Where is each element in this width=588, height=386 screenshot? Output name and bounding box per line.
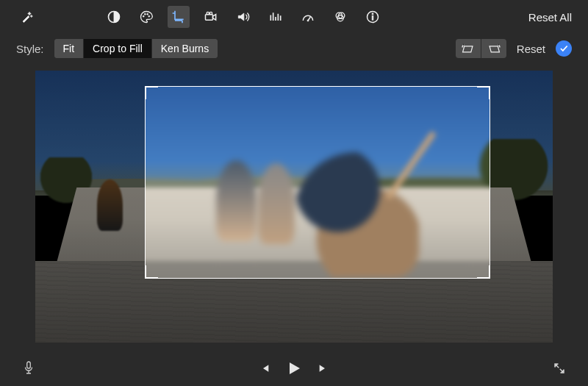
crop-handle-tl[interactable] xyxy=(145,86,158,99)
viewer-container xyxy=(0,63,588,350)
reset-all-button[interactable]: Reset All xyxy=(528,11,572,24)
voiceover-button[interactable] xyxy=(22,360,35,376)
svg-rect-16 xyxy=(490,46,499,52)
equalizer-icon xyxy=(268,10,283,24)
equalizer-tool[interactable] xyxy=(265,6,287,28)
segment-fit[interactable]: Fit xyxy=(54,39,85,58)
crop-options-bar: Style: Fit Crop to Fill Ken Burns Reset xyxy=(0,34,588,63)
segment-crop-to-fill[interactable]: Crop to Fill xyxy=(84,39,152,58)
skip-back-icon xyxy=(259,362,270,374)
rotate-cw-button[interactable] xyxy=(481,39,506,58)
crop-handle-bl[interactable] xyxy=(145,265,158,279)
style-label: Style: xyxy=(16,43,44,55)
rotate-group xyxy=(456,39,506,58)
playback-bar xyxy=(0,350,588,386)
segment-ken-burns[interactable]: Ken Burns xyxy=(152,39,218,58)
svg-rect-15 xyxy=(462,46,472,52)
volume-icon xyxy=(236,10,251,24)
svg-point-8 xyxy=(307,20,309,21)
color-tool[interactable] xyxy=(135,6,157,28)
palette-icon xyxy=(139,10,154,24)
reset-button[interactable]: Reset xyxy=(517,43,545,55)
magic-wand-icon xyxy=(21,10,34,24)
fullscreen-button[interactable] xyxy=(553,362,566,375)
speed-tool[interactable] xyxy=(297,6,319,28)
skip-forward-icon xyxy=(318,362,329,374)
checkmark-icon xyxy=(559,43,569,54)
play-icon xyxy=(285,360,303,377)
rotate-cw-icon xyxy=(487,43,501,54)
rotate-ccw-button[interactable] xyxy=(456,39,481,58)
overlapping-circles-icon xyxy=(333,10,348,24)
playback-controls xyxy=(259,360,329,377)
svg-point-4 xyxy=(148,15,150,17)
crop-rectangle[interactable] xyxy=(146,87,490,278)
svg-point-7 xyxy=(209,12,212,14)
svg-rect-13 xyxy=(372,15,373,20)
contrast-icon xyxy=(107,10,121,24)
play-button[interactable] xyxy=(285,360,303,377)
svg-rect-5 xyxy=(206,15,213,21)
svg-point-2 xyxy=(144,13,146,15)
microphone-icon xyxy=(22,360,35,376)
crop-handle-tr[interactable] xyxy=(477,86,490,99)
info-icon xyxy=(365,10,380,24)
speedometer-icon xyxy=(301,10,315,24)
next-frame-button[interactable] xyxy=(318,362,329,374)
svg-rect-17 xyxy=(27,362,31,368)
fullscreen-icon xyxy=(553,362,566,375)
video-viewer[interactable] xyxy=(35,71,553,343)
magic-wand-tool[interactable] xyxy=(16,6,38,28)
crop-icon xyxy=(171,10,186,24)
svg-point-6 xyxy=(207,12,209,14)
crop-handle-br[interactable] xyxy=(477,265,490,279)
video-camera-icon xyxy=(204,10,218,24)
apply-crop-button[interactable] xyxy=(556,40,572,57)
svg-point-1 xyxy=(143,15,144,17)
contrast-tool[interactable] xyxy=(103,6,125,28)
svg-rect-14 xyxy=(372,13,373,15)
color-balance-tool[interactable] xyxy=(329,6,351,28)
crop-tool[interactable] xyxy=(168,6,190,28)
rotate-ccw-icon xyxy=(461,43,476,54)
info-tool[interactable] xyxy=(362,6,384,28)
svg-point-3 xyxy=(147,13,148,15)
previous-frame-button[interactable] xyxy=(259,362,270,374)
crop-style-segmented: Fit Crop to Fill Ken Burns xyxy=(54,39,218,58)
top-toolbar: Reset All xyxy=(0,0,588,34)
camera-tool[interactable] xyxy=(200,6,222,28)
volume-tool[interactable] xyxy=(232,6,254,28)
